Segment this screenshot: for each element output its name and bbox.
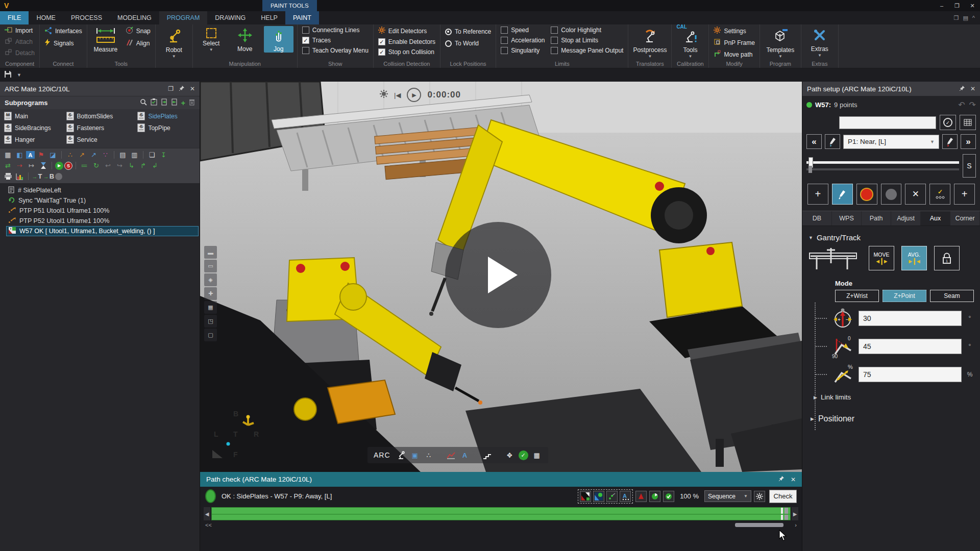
- mode-zpoint-button[interactable]: Z+Point: [883, 290, 926, 302]
- sequence-dropdown[interactable]: Sequence ▼: [704, 490, 751, 502]
- subprogram-main[interactable]: MMain: [2, 111, 64, 121]
- scroll-right-button[interactable]: ▶: [792, 507, 798, 520]
- video-play-overlay[interactable]: [445, 222, 551, 328]
- panels-icon[interactable]: ▤: [963, 15, 968, 21]
- outline-icon[interactable]: ▥: [129, 150, 140, 160]
- tab-aux[interactable]: Aux: [921, 211, 950, 226]
- segment-view-icon[interactable]: [593, 491, 604, 502]
- check-button[interactable]: Check: [769, 490, 797, 503]
- statement-ptp-p51[interactable]: PTP P51 Utool1 Uframe1 100%: [0, 206, 200, 216]
- tab-help[interactable]: HELP: [253, 11, 285, 24]
- branch-up-icon[interactable]: ↱: [138, 161, 149, 170]
- jump-statement-icon[interactable]: ↗: [88, 150, 99, 160]
- robot-pose-icon[interactable]: [606, 491, 618, 502]
- slider-s-button[interactable]: S: [963, 154, 976, 178]
- statement-sync[interactable]: Sync "WaitTag" True (1): [0, 195, 200, 206]
- mode-zwrist-button[interactable]: Z+Wrist: [835, 290, 879, 302]
- minimize-button[interactable]: –: [934, 0, 949, 11]
- progress-bar[interactable]: [211, 507, 791, 520]
- frame-icon[interactable]: ◧: [14, 150, 25, 160]
- check-settings-gear-icon[interactable]: [754, 491, 765, 502]
- delete-point-button[interactable]: ✕: [905, 184, 926, 205]
- statement-ptp-p52[interactable]: PTP P52 Utool1 Uframe1 100%: [0, 216, 200, 226]
- steps-icon[interactable]: [482, 450, 493, 460]
- move-path-button[interactable]: Move path: [713, 49, 755, 59]
- tab-adjust[interactable]: Adjust: [891, 211, 921, 226]
- panel-toggle-icon[interactable]: ▣: [410, 450, 420, 460]
- stop-icon[interactable]: S: [64, 162, 72, 170]
- to-world-radio[interactable]: To World: [444, 39, 492, 47]
- scroll-left-button[interactable]: ◀: [204, 507, 210, 520]
- gantry-track-header[interactable]: ▼ Gantry/Track: [808, 233, 974, 242]
- robot-config-icon[interactable]: [396, 450, 406, 460]
- percent-input[interactable]: [859, 367, 962, 382]
- viewport-tool-button-7[interactable]: ▢: [204, 329, 217, 341]
- last-point-button[interactable]: »: [961, 134, 976, 149]
- rotation-input[interactable]: [859, 311, 962, 326]
- edit-detectors-button[interactable]: Edit Detectors: [377, 26, 436, 36]
- color-highlight-checkbox[interactable]: Color Highlight: [550, 26, 624, 34]
- stop-on-collision-checkbox[interactable]: ✓ Stop on Collision: [377, 48, 436, 56]
- delete-icon[interactable]: [189, 98, 195, 107]
- jump-to-top-icon[interactable]: →T: [32, 171, 42, 181]
- point-table-button[interactable]: [960, 115, 976, 130]
- signals-button[interactable]: Signals: [43, 38, 83, 48]
- labels-view-icon[interactable]: A: [620, 491, 631, 502]
- list-icon[interactable]: ▤: [117, 150, 128, 160]
- secondary-slider[interactable]: [806, 168, 959, 170]
- export-program-icon[interactable]: [171, 98, 178, 107]
- scrollbar-arrow-icon[interactable]: ›: [795, 522, 797, 528]
- jog-button[interactable]: Jog: [264, 26, 293, 53]
- redo-icon[interactable]: ↷: [969, 100, 976, 110]
- coverage-pie-icon[interactable]: [649, 491, 660, 502]
- viewcube-front[interactable]: F: [233, 450, 238, 459]
- interfaces-button[interactable]: Interfaces: [43, 26, 83, 36]
- tab-paint[interactable]: PAINT: [285, 11, 319, 24]
- maximize-button[interactable]: ❐: [949, 0, 965, 11]
- pin-icon[interactable]: [959, 85, 965, 93]
- first-point-button[interactable]: «: [806, 134, 822, 149]
- robot-dropdown-caret[interactable]: ▼: [172, 55, 176, 58]
- tab-db[interactable]: DB: [802, 211, 832, 226]
- viewport-tool-button-2[interactable]: ▭: [204, 260, 217, 272]
- traces-checkbox[interactable]: ✓ Traces: [301, 36, 370, 44]
- link-limits-expander[interactable]: ▶ Link limits: [814, 393, 974, 401]
- viewcube-back[interactable]: B: [233, 410, 238, 418]
- import-statement-icon[interactable]: ↧: [158, 150, 169, 160]
- close-button[interactable]: ✕: [965, 0, 980, 11]
- limit-warning-icon[interactable]: [635, 491, 647, 502]
- checklist-icon[interactable]: [151, 98, 157, 107]
- teach-overlay-checkbox[interactable]: Teach Overlay Menu: [301, 46, 370, 55]
- popout-icon[interactable]: ❐: [168, 85, 174, 92]
- extras-dropdown-caret[interactable]: ▼: [818, 54, 822, 57]
- chart-icon[interactable]: [14, 171, 25, 181]
- connecting-lines-checkbox[interactable]: Connecting Lines: [301, 26, 370, 34]
- add-point-before-button[interactable]: +: [807, 184, 828, 205]
- select-dropdown-caret[interactable]: ▼: [209, 48, 213, 51]
- next-point-button[interactable]: [942, 134, 958, 149]
- ok-check-icon[interactable]: [663, 491, 674, 502]
- close-panel-icon[interactable]: ✕: [970, 85, 975, 92]
- viewport-tool-button-3[interactable]: ◈: [204, 273, 217, 286]
- subprogram-hanger[interactable]: SHanger: [2, 134, 64, 145]
- import-button[interactable]: Import: [4, 26, 36, 35]
- save-button[interactable]: [4, 70, 12, 80]
- subprogram-fasteners[interactable]: SFasteners: [64, 122, 136, 133]
- viewport-tool-button-5[interactable]: ▦: [204, 301, 217, 314]
- return-icon[interactable]: ↩: [103, 161, 113, 170]
- extras-button[interactable]: Extras ▼: [805, 26, 835, 57]
- playback-settings-gear-icon[interactable]: [380, 90, 388, 100]
- acceleration-checkbox[interactable]: Acceleration: [500, 36, 546, 44]
- pin-icon[interactable]: [179, 85, 185, 93]
- positioner-expander[interactable]: ▶ Positioner: [811, 414, 974, 423]
- measure-button[interactable]: Measure: [91, 26, 120, 53]
- viewport-tool-button-1[interactable]: ▬: [204, 246, 217, 259]
- play-button-small[interactable]: ▶: [407, 88, 421, 102]
- singularity-checkbox[interactable]: Singularity: [500, 46, 546, 55]
- collapse-ribbon-icon[interactable]: ^: [972, 15, 975, 21]
- import-program-icon[interactable]: [161, 98, 167, 107]
- subprogram-bottomslides[interactable]: SBottomSlides: [64, 111, 136, 121]
- point-position-slider[interactable]: [806, 161, 959, 164]
- undo-icon[interactable]: ↶: [958, 100, 965, 110]
- marker-icon[interactable]: ⚑: [36, 150, 46, 160]
